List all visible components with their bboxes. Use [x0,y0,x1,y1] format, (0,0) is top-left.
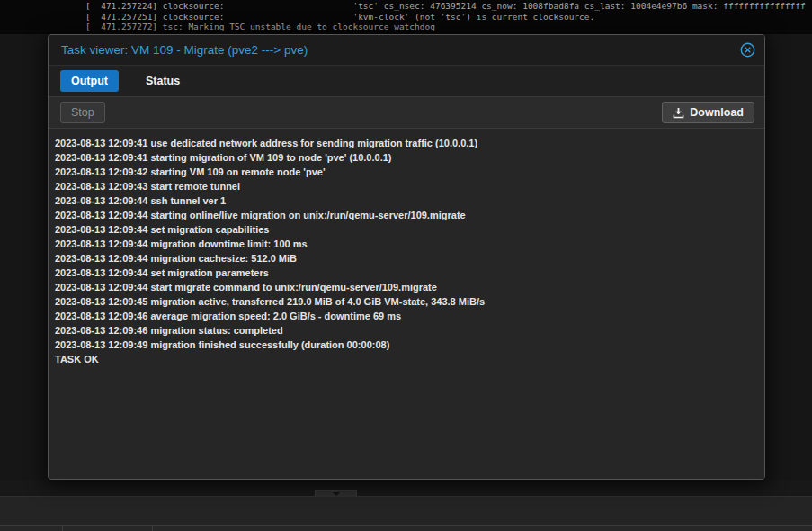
circle-x-icon [740,42,755,58]
download-button[interactable]: Download [662,102,754,123]
bottom-header-cell [63,526,153,531]
log-line: 2023-08-13 12:09:44 starting online/live… [55,208,759,222]
log-line: 2023-08-13 12:09:44 start migrate comman… [55,280,759,294]
close-button[interactable] [739,42,755,58]
dialog-title: Task viewer: VM 109 - Migrate (pve2 --->… [61,43,739,57]
log-line: 2023-08-13 12:09:49 migration finished s… [55,338,759,352]
log-line: 2023-08-13 12:09:41 starting migration o… [55,150,759,165]
bottom-header-cell [0,526,63,531]
log-line: 2023-08-13 12:09:43 start remote tunnel [55,179,759,194]
tab-status[interactable]: Status [135,70,191,92]
chevron-down-icon [333,492,340,496]
log-line: 2023-08-13 12:09:45 migration active, tr… [55,294,759,309]
log-line: 2023-08-13 12:09:46 average migration sp… [55,309,759,323]
task-log-output[interactable]: 2023-08-13 12:09:41 use dedicated networ… [49,129,764,479]
tab-strip: Output Status [49,65,764,96]
tab-output[interactable]: Output [60,70,119,92]
background-band [0,480,812,496]
console-line: [ 471.257224] clocksource: 'tsc' cs_nsec… [85,1,812,12]
stop-button-label: Stop [71,106,94,119]
bottom-panel-header-row [0,525,812,531]
stop-button[interactable]: Stop [60,102,105,123]
log-line: 2023-08-13 12:09:41 use dedicated networ… [55,136,759,150]
task-viewer-dialog: Task viewer: VM 109 - Migrate (pve2 --->… [48,34,765,480]
download-icon [673,107,684,119]
download-button-label: Download [690,106,744,119]
log-line: 2023-08-13 12:09:44 migration cachesize:… [55,251,759,266]
log-line: 2023-08-13 12:09:42 starting VM 109 on r… [55,165,759,179]
log-line: 2023-08-13 12:09:46 migration status: co… [55,323,759,338]
log-line: 2023-08-13 12:09:44 set migration capabi… [55,222,759,237]
console-line: [ 471.257272] tsc: Marking TSC unstable … [85,22,812,32]
dialog-toolbar: Stop Download [49,96,764,129]
dialog-header[interactable]: Task viewer: VM 109 - Migrate (pve2 --->… [49,35,764,65]
bottom-header-cell [153,526,812,531]
log-line: 2023-08-13 12:09:44 migration downtime l… [55,237,759,251]
log-line: TASK OK [55,352,759,366]
console-line: [ 471.257251] clocksource: 'kvm-clock' (… [85,12,812,22]
log-line: 2023-08-13 12:09:44 ssh tunnel ver 1 [55,194,759,208]
background-console: [ 471.257224] clocksource: 'tsc' cs_nsec… [0,0,812,34]
log-line: 2023-08-13 12:09:44 set migration parame… [55,266,759,280]
